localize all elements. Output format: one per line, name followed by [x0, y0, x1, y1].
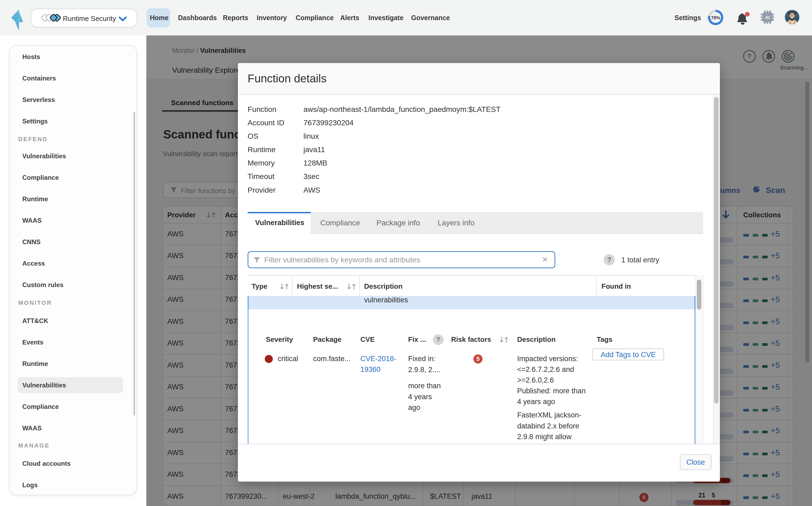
- svg-text:78%: 78%: [711, 15, 720, 20]
- svg-text:AI: AI: [765, 15, 770, 20]
